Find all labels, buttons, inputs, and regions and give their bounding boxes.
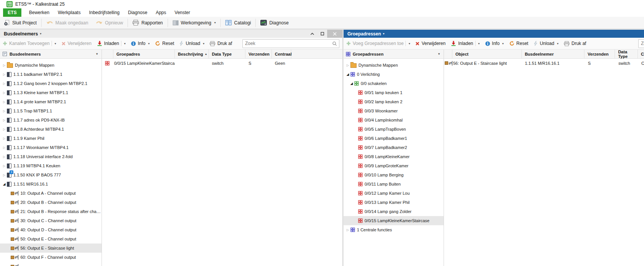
undo-button[interactable]: Maak ongedaan	[42, 17, 92, 29]
tree-item[interactable]: 0/0/2 lamp keuken 2	[344, 97, 444, 106]
tree-item[interactable]: ⇄21: Output B - Response status after ch…	[0, 207, 102, 216]
expander-collapsed-icon[interactable]: ▷	[2, 91, 7, 95]
catalogs-button[interactable]: Catalogi	[221, 17, 255, 29]
tree-item[interactable]: 0/0/9 LampGroteKamer	[344, 161, 444, 170]
tree-item[interactable]: 0/0/7 LampBadkamer2	[344, 143, 444, 152]
tree-item[interactable]: ⇄	[0, 262, 102, 266]
column-object[interactable]: Object	[452, 50, 522, 58]
expander-expanded-icon[interactable]: ◢	[345, 72, 350, 76]
tree-item[interactable]: ◢1.1.51 M/R16.16.1	[0, 179, 102, 189]
tree-item[interactable]: 0/0/3 Woonkamer	[344, 106, 444, 115]
panel-title[interactable]: Groepadressen	[347, 31, 381, 37]
expander-collapsed-icon[interactable]: ▷	[2, 109, 7, 113]
tree-item[interactable]: ▷Dynamische Mappen	[0, 61, 102, 70]
tree-item[interactable]: ▷1.1.17 Woonkamer M/TBP4.1	[0, 143, 102, 152]
tree-item[interactable]: 0/0/12 Lamp Kamer Lou	[344, 189, 444, 198]
reports-button[interactable]: Rapporten	[129, 17, 166, 29]
column-centraal[interactable]: Centraal	[272, 50, 291, 58]
column-groepadres[interactable]: Groepadres	[113, 50, 175, 58]
print-button[interactable]: Druk af	[207, 38, 235, 49]
delete-button[interactable]: Verwijderen	[59, 38, 94, 49]
column-busdeelnemer[interactable]: Busdeelnemer	[522, 50, 585, 58]
column-verzenden[interactable]: Verzenden	[245, 50, 272, 58]
tree-item[interactable]: ▷1.1.4 grote kamer M/TBP2.1	[0, 97, 102, 106]
tree-item[interactable]: 0/0/1 lamp keuken 1	[344, 88, 444, 97]
redo-button[interactable]: Opnieuw	[92, 17, 127, 29]
tree-item[interactable]: ⇄20: Output B - Channel output	[0, 198, 102, 207]
tree-item[interactable]: ▷1.1.1 badkamer M/TBP2.1	[0, 70, 102, 79]
tree-item[interactable]: ▷1.1.19 M/TBP4.1 Keuken	[0, 161, 102, 170]
expander-expanded-icon[interactable]: ◢	[349, 82, 354, 85]
tree-item[interactable]: ▷1.1.18 Universal interface 2-fold	[0, 152, 102, 161]
add-group-addresses-button[interactable]: Voeg Groepadressen toe ▾	[344, 38, 413, 49]
tree-item[interactable]: ⇄50: Output E - Channel output	[0, 234, 102, 244]
search-input[interactable]	[243, 41, 332, 46]
tree-item[interactable]: 0/0/6 LampBadkamer1	[344, 134, 444, 143]
menu-venster[interactable]: Venster	[170, 8, 194, 17]
menu-apps[interactable]: Apps	[152, 8, 170, 17]
table-row[interactable]: ⇄ 56: Output E - Staircase light 1.1.51 …	[444, 59, 644, 67]
menu-inbedrijfstelling[interactable]: Inbedrijfstelling	[85, 8, 124, 17]
tree-item[interactable]: ⇄56: Output E - Staircase light	[0, 244, 102, 253]
unload-button[interactable]: Unload ▾	[177, 38, 207, 49]
expander-collapsed-icon[interactable]: ▷	[345, 228, 350, 232]
info-button[interactable]: Info ▾	[483, 38, 507, 49]
download-button[interactable]: Inladen ▾	[448, 38, 482, 49]
menu-ets-button[interactable]: ETS	[3, 8, 21, 17]
tree-item[interactable]: ▷91.1.50 KNX IP BAOS 777	[0, 170, 102, 179]
column-data-type[interactable]: Data Type	[615, 50, 638, 58]
tree-item[interactable]: 0/0/8 LampKleineKamer	[344, 152, 444, 161]
close-panel-button[interactable]	[327, 30, 342, 38]
tree-item[interactable]: ◢0/0 schakelen	[344, 79, 444, 88]
search-input[interactable]	[639, 41, 644, 46]
column-centraal[interactable]: C	[638, 50, 644, 58]
tree-item[interactable]: ▷1.1.5 Trap M/TBP1.1	[0, 106, 102, 115]
expander-collapsed-icon[interactable]: ▷	[345, 64, 350, 67]
column-beschrijving[interactable]: Beschrijving▲	[175, 50, 209, 58]
table-row[interactable]: 0/0/15 LampKleineKamerStaircase switch S…	[102, 59, 342, 67]
chevron-down-icon[interactable]: ▾	[40, 32, 41, 35]
maximize-panel-button[interactable]	[317, 30, 327, 38]
tree-item[interactable]: ▷1.1.8 Achterdeur M/TBP4.1	[0, 125, 102, 134]
tree-item[interactable]: ⇄40: Output D - Channel output	[0, 225, 102, 234]
tree-item[interactable]: ▷1.1.7 adres ok PD9-KNX-IB	[0, 115, 102, 125]
expander-collapsed-icon[interactable]: ▷	[2, 137, 7, 140]
tree-item[interactable]: 0/0/14 Lamp gang Zolder	[344, 207, 444, 216]
expander-collapsed-icon[interactable]: ▷	[2, 119, 7, 122]
tree-item[interactable]: 0/0/10 Lamp Berging	[344, 170, 444, 179]
tree-item[interactable]: ▷Dynamische Mappen	[344, 61, 444, 70]
tree-item[interactable]: ◢0 Verlichting	[344, 70, 444, 79]
download-button[interactable]: Inladen ▾	[94, 38, 128, 49]
expander-collapsed-icon[interactable]: ▷	[2, 64, 7, 67]
info-button[interactable]: Info ▾	[128, 38, 152, 49]
tree-item[interactable]: ⇄10: Output A - Channel output	[0, 189, 102, 198]
expander-collapsed-icon[interactable]: ▷	[2, 73, 7, 76]
menu-bewerken[interactable]: Bewerken	[25, 8, 53, 17]
expander-collapsed-icon[interactable]: ▷	[2, 128, 7, 131]
expander-collapsed-icon[interactable]: ▷	[2, 146, 7, 149]
collapse-panel-button[interactable]	[307, 30, 317, 38]
tree-item[interactable]: ▷1.1.3 Kleine kamer M/TBP1.1	[0, 88, 102, 97]
menu-diagnose[interactable]: Diagnose	[124, 8, 152, 17]
expander-collapsed-icon[interactable]: ▷	[2, 100, 7, 104]
tree-item[interactable]: 0/0/13 Lamp Kamer Phil	[344, 198, 444, 207]
expander-collapsed-icon[interactable]: ▷	[2, 173, 7, 177]
tree-item[interactable]: 0/0/15 LampKleineKamerStaircase	[344, 216, 444, 225]
delete-button[interactable]: Verwijderen	[413, 38, 448, 49]
print-button[interactable]: Druk af	[561, 38, 589, 49]
column-verzenden[interactable]: Verzenden	[584, 50, 615, 58]
reset-button[interactable]: Reset	[507, 38, 531, 49]
expander-collapsed-icon[interactable]: ▷	[2, 164, 7, 168]
chevron-down-icon[interactable]: ▾	[383, 32, 384, 35]
panel-title[interactable]: Busdeelnemers	[4, 31, 38, 37]
tree-item[interactable]: 0/0/5 LampTrapBoven	[344, 125, 444, 134]
expander-expanded-icon[interactable]: ◢	[2, 182, 7, 186]
unload-button[interactable]: Unload ▾	[531, 38, 561, 49]
group-addresses-tree-header[interactable]: Groepadressen ▾	[344, 50, 444, 59]
tree-item[interactable]: ▷1 Centrale functies	[344, 225, 444, 234]
expander-collapsed-icon[interactable]: ▷	[2, 82, 7, 85]
tree-item[interactable]: ⇄30: Output C - Channel output	[0, 216, 102, 225]
expander-collapsed-icon[interactable]: ▷	[2, 155, 7, 159]
reset-button[interactable]: Reset	[152, 38, 177, 49]
devices-tree-header[interactable]: Busdeelnemers ▾	[0, 50, 102, 59]
